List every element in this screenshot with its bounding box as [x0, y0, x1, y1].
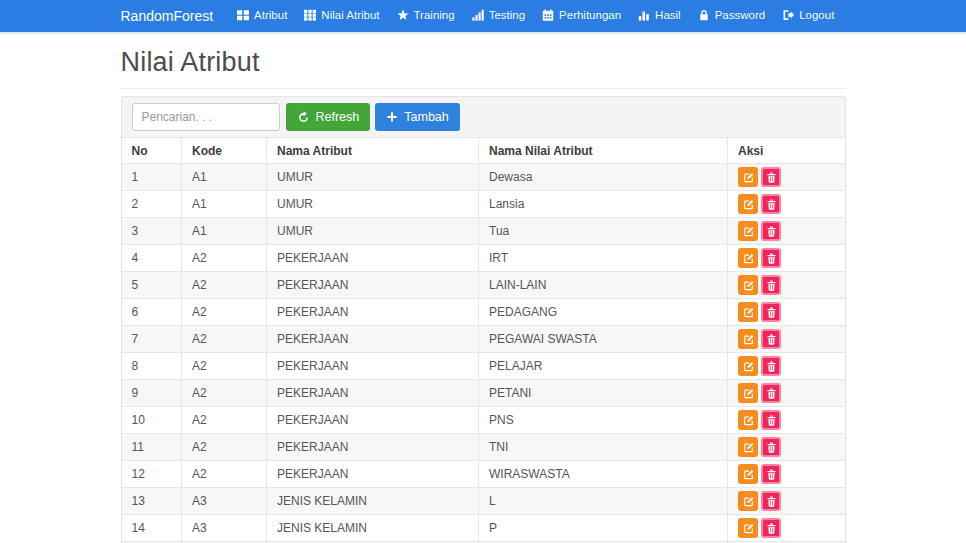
edit-button[interactable] [738, 302, 758, 322]
cell-nama-atribut: PEKERJAAN [267, 461, 479, 488]
cell-nama-atribut: JENIS KELAMIN [267, 488, 479, 515]
cell-aksi [728, 164, 845, 191]
delete-button[interactable] [761, 464, 781, 484]
cell-aksi [728, 488, 845, 515]
edit-icon [743, 334, 754, 345]
nav-item-atribut[interactable]: Atribut [237, 9, 287, 21]
table-row: 1 A1 UMUR Dewasa [122, 164, 845, 191]
edit-button[interactable] [738, 437, 758, 457]
delete-button[interactable] [761, 302, 781, 322]
edit-icon [743, 361, 754, 372]
nav-item-nilai-atribut[interactable]: Nilai Atribut [304, 9, 379, 21]
edit-button[interactable] [738, 356, 758, 376]
col-header-nama-nilai-atribut: Nama Nilai Atribut [479, 138, 728, 164]
trash-icon [766, 361, 777, 372]
search-input[interactable] [132, 103, 280, 131]
refresh-icon [297, 111, 310, 124]
cell-no: 14 [122, 515, 182, 542]
cell-kode: A2 [182, 353, 267, 380]
edit-button[interactable] [738, 248, 758, 268]
nav-item-testing[interactable]: Testing [472, 9, 525, 21]
cell-nama-nilai-atribut: Tua [479, 218, 728, 245]
delete-button[interactable] [761, 248, 781, 268]
trash-icon [766, 496, 777, 507]
tambah-button[interactable]: Tambah [375, 103, 459, 131]
nav-item-password[interactable]: Password [698, 9, 766, 21]
cell-kode: A1 [182, 191, 267, 218]
delete-button[interactable] [761, 383, 781, 403]
edit-button[interactable] [738, 491, 758, 511]
cell-aksi [728, 218, 845, 245]
nav-item-perhitungan[interactable]: Perhitungan [542, 9, 621, 21]
cell-aksi [728, 407, 845, 434]
cell-nama-nilai-atribut: PELAJAR [479, 353, 728, 380]
cell-aksi [728, 515, 845, 542]
edit-button[interactable] [738, 410, 758, 430]
cell-kode: A1 [182, 218, 267, 245]
table-header-row: No Kode Nama Atribut Nama Nilai Atribut … [122, 138, 845, 164]
nav-item-logout[interactable]: Logout [782, 9, 834, 21]
sign-out-icon [782, 9, 794, 21]
nav-label: Hasil [655, 9, 681, 21]
trash-icon [766, 523, 777, 534]
delete-button[interactable] [761, 275, 781, 295]
delete-button[interactable] [761, 491, 781, 511]
delete-button[interactable] [761, 167, 781, 187]
cell-nama-nilai-atribut: PEDAGANG [479, 299, 728, 326]
edit-button[interactable] [738, 275, 758, 295]
edit-button[interactable] [738, 194, 758, 214]
delete-button[interactable] [761, 329, 781, 349]
cell-kode: A2 [182, 380, 267, 407]
edit-button[interactable] [738, 383, 758, 403]
cell-nama-atribut: PEKERJAAN [267, 299, 479, 326]
edit-icon [743, 226, 754, 237]
edit-button[interactable] [738, 329, 758, 349]
edit-icon [743, 172, 754, 183]
table-row: 3 A1 UMUR Tua [122, 218, 845, 245]
nav-item-hasil[interactable]: Hasil [638, 9, 681, 21]
cell-aksi [728, 326, 845, 353]
edit-icon [743, 307, 754, 318]
cell-aksi [728, 245, 845, 272]
delete-button[interactable] [761, 437, 781, 457]
edit-icon [743, 388, 754, 399]
cell-nama-atribut: JENIS KELAMIN [267, 515, 479, 542]
delete-button[interactable] [761, 221, 781, 241]
refresh-button[interactable]: Refresh [286, 103, 371, 131]
cell-no: 7 [122, 326, 182, 353]
signal-icon [472, 9, 484, 21]
trash-icon [766, 172, 777, 183]
edit-button[interactable] [738, 221, 758, 241]
cell-nama-nilai-atribut: TNI [479, 434, 728, 461]
plus-icon [386, 111, 398, 123]
cell-aksi [728, 380, 845, 407]
lock-icon [698, 9, 710, 21]
cell-no: 1 [122, 164, 182, 191]
delete-button[interactable] [761, 518, 781, 538]
table-row: 6 A2 PEKERJAAN PEDAGANG [122, 299, 845, 326]
nav-menu: Atribut Nilai Atribut Training Testing P… [237, 7, 834, 25]
col-header-nama-atribut: Nama Atribut [267, 138, 479, 164]
trash-icon [766, 442, 777, 453]
delete-button[interactable] [761, 194, 781, 214]
cell-nama-nilai-atribut: P [479, 515, 728, 542]
cell-aksi [728, 434, 845, 461]
edit-button[interactable] [738, 464, 758, 484]
brand[interactable]: RandomForest [121, 8, 214, 24]
edit-button[interactable] [738, 518, 758, 538]
cell-aksi [728, 299, 845, 326]
nav-label: Perhitungan [559, 9, 621, 21]
nav-label: Atribut [254, 9, 287, 21]
cell-no: 12 [122, 461, 182, 488]
table-row: 4 A2 PEKERJAAN IRT [122, 245, 845, 272]
delete-button[interactable] [761, 410, 781, 430]
cell-kode: A2 [182, 461, 267, 488]
table-row: 12 A2 PEKERJAAN WIRASWASTA [122, 461, 845, 488]
trash-icon [766, 388, 777, 399]
cell-kode: A3 [182, 515, 267, 542]
delete-button[interactable] [761, 356, 781, 376]
cell-kode: A2 [182, 407, 267, 434]
main-content: Nilai Atribut Refresh Tambah No [121, 47, 846, 543]
edit-button[interactable] [738, 167, 758, 187]
nav-item-training[interactable]: Training [397, 9, 455, 21]
